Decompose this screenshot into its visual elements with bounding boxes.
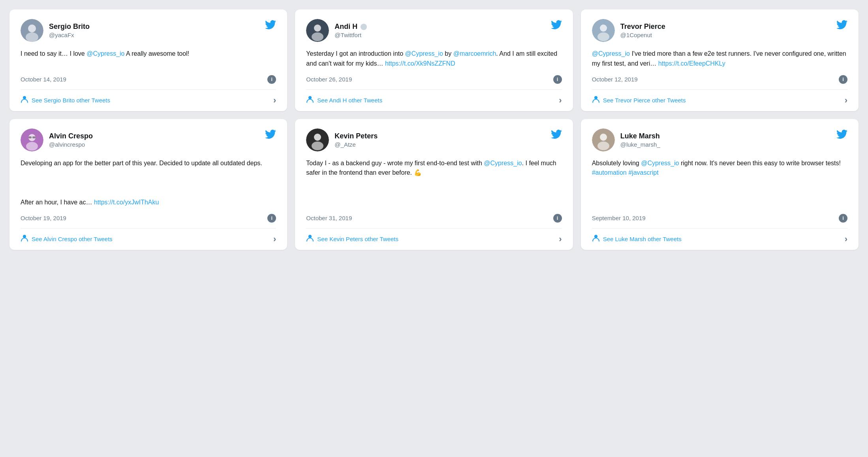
card-header: Andi H@Twittfort bbox=[306, 19, 562, 42]
svg-rect-14 bbox=[28, 136, 32, 138]
tweet-date: October 26, 2019 bbox=[306, 76, 352, 83]
tweet-link[interactable]: https://t.co/Xk9NsZZFND bbox=[385, 60, 455, 67]
svg-point-24 bbox=[597, 142, 609, 150]
user-info: Trevor Pierce@1Copenut bbox=[592, 19, 665, 42]
tweet-meta: October 19, 2019i bbox=[21, 214, 276, 228]
info-icon[interactable]: i bbox=[839, 75, 847, 84]
tweet-body: Developing an app for the better part of… bbox=[21, 159, 276, 208]
user-info: Alvin Crespo@alvincrespo bbox=[21, 128, 93, 151]
user-info: Luke Marsh@luke_marsh_ bbox=[592, 128, 660, 151]
user-name: Kevin Peters bbox=[334, 132, 378, 140]
tweet-meta: October 31, 2019i bbox=[306, 214, 562, 228]
see-other-tweets-link[interactable]: See Trevor Pierce other Tweets› bbox=[592, 89, 847, 111]
card-header: Kevin Peters@_Atze bbox=[306, 128, 562, 151]
tweet-date: October 31, 2019 bbox=[306, 215, 352, 221]
tweet-date: October 19, 2019 bbox=[21, 215, 66, 221]
tweet-body: @Cypress_io I've tried more than a few e… bbox=[592, 49, 847, 69]
mention[interactable]: @Cypress_io bbox=[641, 160, 679, 166]
person-icon bbox=[306, 95, 314, 105]
user-handle: @yacaFx bbox=[49, 32, 90, 38]
mention[interactable]: @Cypress_io bbox=[592, 50, 630, 57]
user-name: Trevor Pierce bbox=[620, 23, 665, 31]
svg-point-16 bbox=[26, 142, 38, 151]
twitter-bird-icon bbox=[265, 129, 276, 142]
see-other-tweets-link[interactable]: See Andi H other Tweets› bbox=[306, 89, 562, 111]
svg-point-19 bbox=[314, 134, 321, 141]
user-text: Alvin Crespo@alvincrespo bbox=[49, 132, 93, 148]
card-header: Trevor Pierce@1Copenut bbox=[592, 19, 847, 42]
svg-point-3 bbox=[23, 96, 26, 99]
user-text: Andi H@Twittfort bbox=[334, 23, 367, 38]
svg-point-23 bbox=[600, 134, 607, 141]
see-other-tweets-link[interactable]: See Sergio Brito other Tweets› bbox=[21, 89, 276, 111]
user-handle: @1Copenut bbox=[620, 32, 665, 38]
card-header: Sergio Brito@yacaFx bbox=[21, 19, 276, 42]
chevron-right-icon: › bbox=[273, 234, 276, 244]
tweet-body: Absolutely loving @Cypress_io right now.… bbox=[592, 159, 847, 208]
tweet-meta: October 14, 2019i bbox=[21, 75, 276, 89]
info-icon[interactable]: i bbox=[553, 75, 562, 84]
user-name: Alvin Crespo bbox=[49, 132, 93, 140]
svg-point-2 bbox=[26, 32, 38, 42]
hashtag[interactable]: #javascript bbox=[628, 169, 658, 176]
footer-label: See Luke Marsh other Tweets bbox=[603, 236, 682, 242]
tweet-date: September 10, 2019 bbox=[592, 215, 646, 221]
tweet-date: October 14, 2019 bbox=[21, 76, 66, 83]
info-icon[interactable]: i bbox=[553, 214, 562, 223]
tweet-link[interactable]: https://t.co/yxJwIThAku bbox=[94, 199, 159, 206]
see-other-tweets-link[interactable]: See Kevin Peters other Tweets› bbox=[306, 228, 562, 250]
mention[interactable]: @marcoemrich bbox=[453, 50, 496, 57]
twitter-bird-icon bbox=[836, 129, 847, 142]
chevron-right-icon: › bbox=[273, 95, 276, 106]
tweet-meta: October 26, 2019i bbox=[306, 75, 562, 89]
footer-left: See Sergio Brito other Tweets bbox=[21, 95, 110, 105]
see-other-tweets-link[interactable]: See Alvin Crespo other Tweets› bbox=[21, 228, 276, 250]
avatar bbox=[21, 128, 43, 151]
user-info: Andi H@Twittfort bbox=[306, 19, 367, 42]
user-text: Sergio Brito@yacaFx bbox=[49, 23, 90, 38]
hashtag[interactable]: #automation bbox=[592, 169, 627, 176]
svg-point-25 bbox=[594, 235, 597, 238]
user-text: Trevor Pierce@1Copenut bbox=[620, 23, 665, 38]
svg-point-20 bbox=[312, 142, 323, 150]
mention[interactable]: @Cypress_io bbox=[405, 50, 443, 57]
info-icon[interactable]: i bbox=[839, 214, 847, 223]
info-icon[interactable]: i bbox=[267, 75, 276, 84]
person-icon bbox=[21, 234, 28, 244]
user-info: Kevin Peters@_Atze bbox=[306, 128, 378, 151]
avatar bbox=[592, 19, 615, 42]
person-icon bbox=[592, 95, 600, 105]
svg-point-1 bbox=[28, 25, 36, 32]
tweet-body: Today I - as a backend guy - wrote my fi… bbox=[306, 159, 562, 208]
twitter-bird-icon bbox=[551, 129, 562, 142]
info-icon[interactable]: i bbox=[267, 214, 276, 223]
user-handle: @alvincrespo bbox=[49, 141, 93, 148]
footer-label: See Trevor Pierce other Tweets bbox=[603, 97, 686, 104]
svg-point-17 bbox=[23, 235, 26, 238]
user-handle: @Twittfort bbox=[334, 32, 367, 38]
twitter-bird-icon bbox=[836, 20, 847, 32]
avatar bbox=[592, 128, 615, 151]
tweet-card-3: Trevor Pierce@1Copenut @Cypress_io I've … bbox=[581, 9, 859, 111]
footer-label: See Alvin Crespo other Tweets bbox=[32, 236, 113, 242]
tweet-card-6: Luke Marsh@luke_marsh_ Absolutely loving… bbox=[581, 119, 859, 250]
mention[interactable]: @Cypress_io bbox=[484, 160, 522, 166]
tweet-body: I need to say it… I love @Cypress_io A r… bbox=[21, 49, 276, 69]
tweet-link[interactable]: https://t.co/EfeepCHKLy bbox=[658, 60, 725, 67]
see-other-tweets-link[interactable]: See Luke Marsh other Tweets› bbox=[592, 228, 847, 250]
person-icon bbox=[21, 95, 28, 105]
tweet-grid: Sergio Brito@yacaFx I need to say it… I … bbox=[9, 9, 859, 250]
footer-label: See Andi H other Tweets bbox=[317, 97, 382, 104]
chevron-right-icon: › bbox=[559, 234, 562, 244]
tweet-card-5: Kevin Peters@_Atze Today I - as a backen… bbox=[295, 119, 573, 250]
footer-label: See Sergio Brito other Tweets bbox=[32, 97, 110, 104]
tweet-card-1: Sergio Brito@yacaFx I need to say it… I … bbox=[9, 9, 287, 111]
person-icon bbox=[306, 234, 314, 244]
tweet-meta: October 12, 2019i bbox=[592, 75, 847, 89]
user-text: Kevin Peters@_Atze bbox=[334, 132, 378, 148]
tweet-card-2: Andi H@Twittfort Yesterday I got an intr… bbox=[295, 9, 573, 111]
svg-point-7 bbox=[308, 96, 312, 99]
twitter-bird-icon bbox=[551, 20, 562, 32]
mention[interactable]: @Cypress_io bbox=[86, 50, 124, 57]
avatar bbox=[306, 128, 329, 151]
